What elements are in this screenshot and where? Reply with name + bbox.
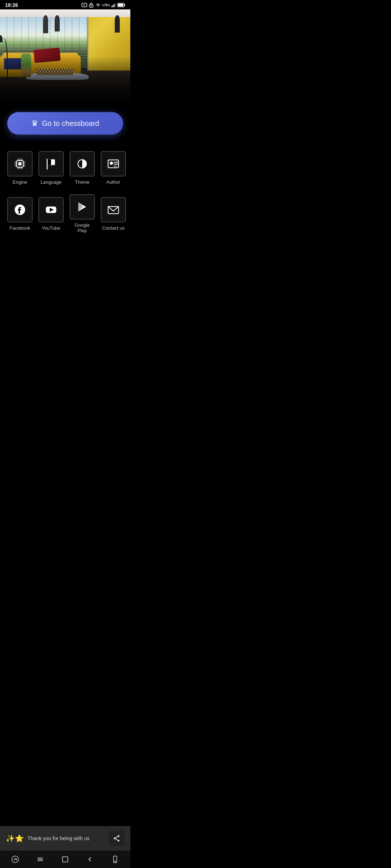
contactus-icon-box	[101, 197, 126, 222]
author-icon-box	[101, 151, 126, 176]
wifi-icon	[95, 3, 101, 7]
spacer	[0, 241, 130, 280]
svg-marker-1	[84, 4, 85, 6]
engine-item[interactable]: Engine	[4, 146, 35, 189]
contactus-label: Contact us	[102, 225, 125, 231]
theme-label: Theme	[75, 179, 89, 185]
svg-rect-9	[125, 4, 125, 6]
googleplay-item[interactable]: Google Play	[67, 189, 98, 238]
contactus-item[interactable]: Contact us	[98, 189, 129, 238]
svg-rect-4	[112, 6, 112, 7]
lock-icon	[89, 3, 94, 8]
plant	[21, 54, 31, 77]
status-bar: 18:26 LTE1	[0, 0, 130, 9]
svg-rect-7	[115, 3, 115, 7]
youtube-icon-box	[38, 197, 64, 222]
lamp-2	[55, 15, 60, 31]
facebook-icon	[13, 203, 26, 216]
flag-icon	[45, 157, 58, 170]
svg-point-3	[91, 5, 91, 6]
youtube-icon	[45, 203, 58, 216]
facebook-label: Facebook	[9, 225, 30, 231]
theme-item[interactable]: Theme	[67, 146, 98, 189]
svg-rect-6	[114, 4, 114, 7]
svg-rect-12	[18, 162, 22, 166]
cpu-icon	[13, 157, 26, 170]
facebook-item[interactable]: Facebook	[4, 189, 35, 238]
googleplay-icon-box	[70, 194, 95, 220]
author-item[interactable]: Author	[98, 146, 129, 189]
youtube-notification-icon	[81, 3, 87, 8]
envelope-icon	[107, 203, 120, 216]
googleplay-icon	[76, 200, 89, 213]
signal-icon	[112, 3, 116, 7]
author-label: Author	[106, 179, 120, 185]
svg-point-30	[110, 162, 113, 165]
lamp-3	[115, 15, 120, 33]
googleplay-label: Google Play	[70, 222, 95, 233]
hero-image	[0, 9, 130, 103]
youtube-item[interactable]: YouTube	[35, 189, 67, 238]
language-label: Language	[41, 179, 62, 185]
language-icon-box	[38, 151, 64, 176]
author-icon	[107, 157, 120, 170]
svg-rect-26	[47, 159, 51, 165]
lte-icon: LTE1	[102, 3, 110, 7]
engine-label: Engine	[13, 179, 27, 185]
battery-icon	[117, 3, 125, 7]
right-window	[87, 9, 130, 71]
svg-rect-5	[113, 5, 113, 7]
engine-icon-box	[7, 151, 33, 176]
chessboard-button-label: Go to chessboard	[42, 119, 99, 128]
language-item[interactable]: Language	[35, 146, 67, 189]
chess-king-icon: ♛	[31, 119, 38, 128]
theme-icon-box	[70, 151, 95, 176]
chessboard-button-wrapper: ♛ Go to chessboard	[0, 109, 130, 143]
main-content: ♛ Go to chessboard	[0, 103, 130, 280]
theme-icon	[76, 157, 89, 170]
youtube-label: YouTube	[42, 225, 60, 231]
icon-grid: Engine Language Theme	[0, 143, 130, 241]
cushion	[33, 48, 60, 63]
ceiling	[0, 9, 130, 17]
status-icons: LTE1	[81, 3, 125, 8]
chessboard	[37, 69, 73, 75]
facebook-icon-box	[7, 197, 33, 222]
go-to-chessboard-button[interactable]: ♛ Go to chessboard	[7, 112, 123, 135]
svg-rect-10	[118, 4, 123, 7]
lamp-1	[43, 15, 48, 33]
status-time: 18:26	[5, 2, 18, 8]
